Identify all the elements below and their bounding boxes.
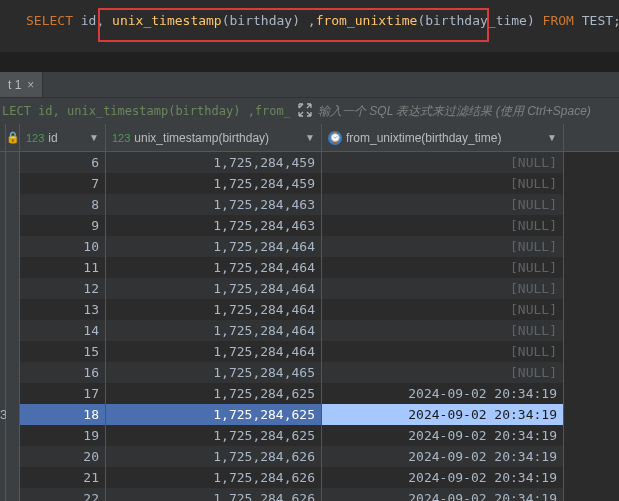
close-icon[interactable]: × bbox=[27, 78, 34, 92]
chevron-down-icon[interactable]: ▼ bbox=[547, 132, 557, 143]
result-tab[interactable]: t 1 × bbox=[0, 72, 43, 97]
table-row[interactable]: 61,725,284,459[NULL] bbox=[0, 152, 619, 173]
cell-id[interactable]: 9 bbox=[20, 215, 106, 236]
header-col-unix-timestamp[interactable]: 123unix_timestamp(birthday) ▼ bbox=[106, 124, 322, 151]
cell-from-unixtime[interactable]: 2024-09-02 20:34:19 bbox=[322, 404, 564, 425]
table-row[interactable]: 71,725,284,459[NULL] bbox=[0, 173, 619, 194]
table-row[interactable]: 161,725,284,465[NULL] bbox=[0, 362, 619, 383]
null-value: [NULL] bbox=[510, 176, 557, 191]
cell-from-unixtime[interactable]: [NULL] bbox=[322, 299, 564, 320]
cell-unix-timestamp[interactable]: 1,725,284,464 bbox=[106, 341, 322, 362]
cell-from-unixtime[interactable]: [NULL] bbox=[322, 236, 564, 257]
cell-unix-timestamp[interactable]: 1,725,284,464 bbox=[106, 257, 322, 278]
cell-id[interactable]: 20 bbox=[20, 446, 106, 467]
chevron-down-icon[interactable]: ▼ bbox=[89, 132, 99, 143]
cell-from-unixtime[interactable]: [NULL] bbox=[322, 320, 564, 341]
cell-from-unixtime[interactable]: [NULL] bbox=[322, 152, 564, 173]
cell-from-unixtime[interactable]: [NULL] bbox=[322, 278, 564, 299]
cell-unix-timestamp[interactable]: 1,725,284,626 bbox=[106, 446, 322, 467]
cell-from-unixtime[interactable]: 2024-09-02 20:34:19 bbox=[322, 446, 564, 467]
cell-id[interactable]: 14 bbox=[20, 320, 106, 341]
result-grid: 🔒 123id ▼ 123unix_timestamp(birthday) ▼ … bbox=[0, 124, 619, 501]
sql-editor[interactable]: SELECT id, unix_timestamp(birthday) ,fro… bbox=[0, 0, 619, 52]
cell-unix-timestamp[interactable]: 1,725,284,459 bbox=[106, 152, 322, 173]
cell-lock bbox=[6, 383, 20, 404]
cell-lock bbox=[6, 362, 20, 383]
sql-line: SELECT id, unix_timestamp(birthday) ,fro… bbox=[0, 10, 619, 32]
cell-id[interactable]: 15 bbox=[20, 341, 106, 362]
chevron-down-icon[interactable]: ▼ bbox=[305, 132, 315, 143]
null-value: [NULL] bbox=[510, 344, 557, 359]
table-row[interactable]: 211,725,284,6262024-09-02 20:34:19 bbox=[0, 467, 619, 488]
table-row[interactable]: 151,725,284,464[NULL] bbox=[0, 341, 619, 362]
null-value: [NULL] bbox=[510, 302, 557, 317]
grid-header: 🔒 123id ▼ 123unix_timestamp(birthday) ▼ … bbox=[0, 124, 619, 152]
cell-id[interactable]: 22 bbox=[20, 488, 106, 501]
null-value: [NULL] bbox=[510, 281, 557, 296]
cell-unix-timestamp[interactable]: 1,725,284,464 bbox=[106, 320, 322, 341]
expand-icon[interactable] bbox=[298, 103, 312, 120]
cell-unix-timestamp[interactable]: 1,725,284,626 bbox=[106, 488, 322, 501]
header-col-from-unixtime[interactable]: ⌚from_unixtime(birthday_time) ▼ bbox=[322, 124, 564, 151]
header-col-id[interactable]: 123id ▼ bbox=[20, 124, 106, 151]
cell-id[interactable]: 21 bbox=[20, 467, 106, 488]
cell-lock bbox=[6, 278, 20, 299]
cell-lock bbox=[6, 488, 20, 501]
table-row[interactable]: 141,725,284,464[NULL] bbox=[0, 320, 619, 341]
cell-unix-timestamp[interactable]: 1,725,284,464 bbox=[106, 278, 322, 299]
panel-divider bbox=[0, 52, 619, 72]
cell-id[interactable]: 7 bbox=[20, 173, 106, 194]
cell-id[interactable]: 18 bbox=[20, 404, 106, 425]
fn-from-unixtime: from_unixtime bbox=[316, 13, 418, 28]
table-row[interactable]: 81,725,284,463[NULL] bbox=[0, 194, 619, 215]
cell-from-unixtime[interactable]: 2024-09-02 20:34:19 bbox=[322, 383, 564, 404]
table-row[interactable]: 121,725,284,464[NULL] bbox=[0, 278, 619, 299]
header-lock[interactable]: 🔒 bbox=[6, 124, 20, 151]
table-row[interactable]: 201,725,284,6262024-09-02 20:34:19 bbox=[0, 446, 619, 467]
type-badge-datetime: ⌚ bbox=[328, 131, 342, 145]
table-row[interactable]: 171,725,284,6252024-09-02 20:34:19 bbox=[0, 383, 619, 404]
cell-unix-timestamp[interactable]: 1,725,284,626 bbox=[106, 467, 322, 488]
table-row[interactable]: 131,725,284,464[NULL] bbox=[0, 299, 619, 320]
cell-from-unixtime[interactable]: [NULL] bbox=[322, 341, 564, 362]
cell-from-unixtime[interactable]: [NULL] bbox=[322, 215, 564, 236]
cell-unix-timestamp[interactable]: 1,725,284,625 bbox=[106, 404, 322, 425]
table-row[interactable]: 101,725,284,464[NULL] bbox=[0, 236, 619, 257]
col-id: id bbox=[81, 13, 97, 28]
table-row[interactable]: 91,725,284,463[NULL] bbox=[0, 215, 619, 236]
table-row[interactable]: 3181,725,284,6252024-09-02 20:34:19 bbox=[0, 404, 619, 425]
cell-id[interactable]: 13 bbox=[20, 299, 106, 320]
cell-unix-timestamp[interactable]: 1,725,284,463 bbox=[106, 194, 322, 215]
table-row[interactable]: 221,725,284,6262024-09-02 20:34:19 bbox=[0, 488, 619, 501]
cell-from-unixtime[interactable]: 2024-09-02 20:34:19 bbox=[322, 467, 564, 488]
cell-id[interactable]: 12 bbox=[20, 278, 106, 299]
table-name: TEST bbox=[582, 13, 613, 28]
cell-from-unixtime[interactable]: [NULL] bbox=[322, 362, 564, 383]
cell-unix-timestamp[interactable]: 1,725,284,459 bbox=[106, 173, 322, 194]
cell-unix-timestamp[interactable]: 1,725,284,625 bbox=[106, 383, 322, 404]
cell-id[interactable]: 11 bbox=[20, 257, 106, 278]
cell-from-unixtime[interactable]: 2024-09-02 20:34:19 bbox=[322, 425, 564, 446]
cell-id[interactable]: 19 bbox=[20, 425, 106, 446]
cell-unix-timestamp[interactable]: 1,725,284,465 bbox=[106, 362, 322, 383]
cell-id[interactable]: 8 bbox=[20, 194, 106, 215]
cell-unix-timestamp[interactable]: 1,725,284,625 bbox=[106, 425, 322, 446]
filter-hint[interactable]: 输入一个 SQL 表达式来过滤结果 (使用 Ctrl+Space) bbox=[318, 103, 591, 120]
kw-select: SELECT bbox=[26, 13, 73, 28]
cell-from-unixtime[interactable]: [NULL] bbox=[322, 257, 564, 278]
cell-id[interactable]: 6 bbox=[20, 152, 106, 173]
table-row[interactable]: 191,725,284,6252024-09-02 20:34:19 bbox=[0, 425, 619, 446]
null-value: [NULL] bbox=[510, 323, 557, 338]
cell-lock bbox=[6, 299, 20, 320]
table-row[interactable]: 111,725,284,464[NULL] bbox=[0, 257, 619, 278]
cell-lock bbox=[6, 236, 20, 257]
cell-from-unixtime[interactable]: [NULL] bbox=[322, 194, 564, 215]
cell-unix-timestamp[interactable]: 1,725,284,464 bbox=[106, 299, 322, 320]
cell-from-unixtime[interactable]: 2024-09-02 20:34:19 bbox=[322, 488, 564, 501]
cell-unix-timestamp[interactable]: 1,725,284,463 bbox=[106, 215, 322, 236]
cell-from-unixtime[interactable]: [NULL] bbox=[322, 173, 564, 194]
cell-unix-timestamp[interactable]: 1,725,284,464 bbox=[106, 236, 322, 257]
cell-id[interactable]: 16 bbox=[20, 362, 106, 383]
cell-id[interactable]: 10 bbox=[20, 236, 106, 257]
cell-id[interactable]: 17 bbox=[20, 383, 106, 404]
